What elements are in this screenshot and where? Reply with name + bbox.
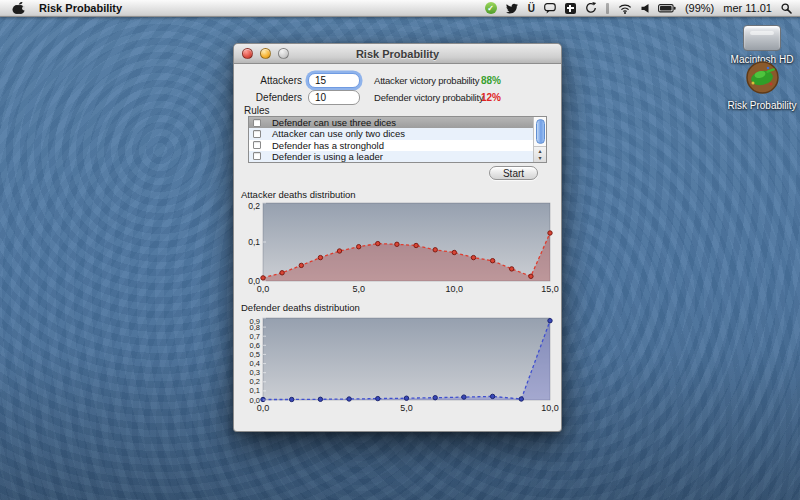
check-icon: ✓ xyxy=(487,4,494,13)
svg-text:10,0: 10,0 xyxy=(541,403,559,413)
volume-icon[interactable] xyxy=(641,1,649,15)
svg-text:10,0: 10,0 xyxy=(446,284,464,294)
scrollbar-thumb[interactable] xyxy=(536,119,545,144)
apple-menu-icon[interactable] xyxy=(12,1,25,15)
zoom-button xyxy=(278,48,289,59)
svg-text:0,7: 0,7 xyxy=(250,332,260,341)
svg-text:0,0: 0,0 xyxy=(257,403,270,413)
battery-icon[interactable] xyxy=(658,1,676,15)
rule-row[interactable]: Defender is using a leader xyxy=(249,151,533,162)
rule-label: Defender has a stronghold xyxy=(272,140,384,151)
defender-chart-title: Defender deaths distribution xyxy=(241,302,360,313)
minimize-button[interactable] xyxy=(260,48,271,59)
attacker-victory-value: 88% xyxy=(481,75,501,86)
svg-text:5,0: 5,0 xyxy=(352,284,365,294)
svg-text:0,1: 0,1 xyxy=(248,237,260,247)
defender-victory-value: 12% xyxy=(481,92,501,103)
hard-drive-icon xyxy=(743,25,781,51)
rule-label: Defender can use three dices xyxy=(272,117,396,128)
risk-app-icon xyxy=(746,61,779,94)
attackers-input[interactable] xyxy=(308,73,360,88)
status-app-icon[interactable]: Ü xyxy=(528,1,535,15)
attacker-chart-title: Attacker deaths distribution xyxy=(241,189,356,200)
rule-label: Defender is using a leader xyxy=(272,151,383,162)
svg-text:0,6: 0,6 xyxy=(250,341,260,350)
svg-text:0,5: 0,5 xyxy=(250,350,260,359)
scroll-up-arrow[interactable]: ▴ xyxy=(538,148,541,155)
twitter-icon[interactable] xyxy=(506,1,519,15)
rules-list: Defender can use three dicesAttacker can… xyxy=(248,116,547,163)
rule-checkbox[interactable] xyxy=(253,152,261,160)
rule-label: Attacker can use only two dices xyxy=(272,128,405,139)
defender-deaths-chart: 0,00,10,20,30,40,50,60,70,80,90,05,010,0 xyxy=(239,318,551,415)
active-app-menu[interactable]: Risk Probability xyxy=(39,2,122,14)
desktop: Risk Probability ✓ Ü xyxy=(0,0,800,500)
attacker-deaths-chart: 0,00,10,20,05,010,015,0 xyxy=(239,203,551,296)
attacker-victory-label: Attacker victory probability xyxy=(374,75,479,86)
desktop-icon-risk-probability[interactable]: Risk Probability xyxy=(712,61,800,111)
svg-text:0,4: 0,4 xyxy=(250,359,260,368)
capture-app-icon[interactable] xyxy=(565,3,576,14)
wifi-icon[interactable] xyxy=(618,1,632,15)
svg-text:0,2: 0,2 xyxy=(248,201,260,211)
svg-text:0,2: 0,2 xyxy=(250,377,260,386)
rule-checkbox[interactable] xyxy=(253,119,261,127)
chat-bubble-icon[interactable] xyxy=(544,1,556,15)
attackers-label: Attackers xyxy=(242,75,302,86)
rules-label: Rules xyxy=(244,105,270,116)
scroll-down-arrow[interactable]: ▾ xyxy=(538,155,541,162)
sync-icon[interactable] xyxy=(585,1,597,15)
defenders-label: Defenders xyxy=(242,92,302,103)
input-menu-icon[interactable] xyxy=(606,3,609,14)
menu-clock[interactable]: mer 11.01 xyxy=(723,2,772,14)
start-button[interactable]: Start xyxy=(489,166,538,180)
svg-text:5,0: 5,0 xyxy=(400,403,413,413)
defender-victory-label: Defender victory probability xyxy=(374,92,484,103)
close-button[interactable] xyxy=(242,48,253,59)
menu-bar: Risk Probability ✓ Ü xyxy=(0,0,800,17)
rule-row[interactable]: Attacker can use only two dices xyxy=(249,128,533,139)
svg-text:15,0: 15,0 xyxy=(541,284,559,294)
window-titlebar[interactable]: Risk Probability xyxy=(234,44,561,64)
rules-rows: Defender can use three dicesAttacker can… xyxy=(249,117,533,162)
rule-checkbox[interactable] xyxy=(253,141,261,149)
rules-scrollbar[interactable]: ▴ ▾ xyxy=(533,117,546,162)
rule-row[interactable]: Defender can use three dices xyxy=(249,117,533,128)
svg-text:0,0: 0,0 xyxy=(257,284,270,294)
battery-percent[interactable]: (99%) xyxy=(685,2,714,14)
rule-checkbox[interactable] xyxy=(253,130,261,138)
desktop-icon-label: Risk Probability xyxy=(712,100,800,111)
spotlight-icon[interactable] xyxy=(781,1,792,15)
window-title: Risk Probability xyxy=(356,48,439,60)
defenders-input[interactable] xyxy=(308,90,360,105)
rule-row[interactable]: Defender has a stronghold xyxy=(249,140,533,151)
svg-text:0,9: 0,9 xyxy=(250,317,260,326)
update-status-icon[interactable]: ✓ xyxy=(485,2,497,14)
risk-probability-window: Risk Probability Attackers Attacker vict… xyxy=(233,43,562,432)
svg-text:0,3: 0,3 xyxy=(250,368,260,377)
desktop-icon-macintosh-hd[interactable]: Macintosh HD xyxy=(722,25,800,65)
svg-text:0,1: 0,1 xyxy=(250,386,260,395)
